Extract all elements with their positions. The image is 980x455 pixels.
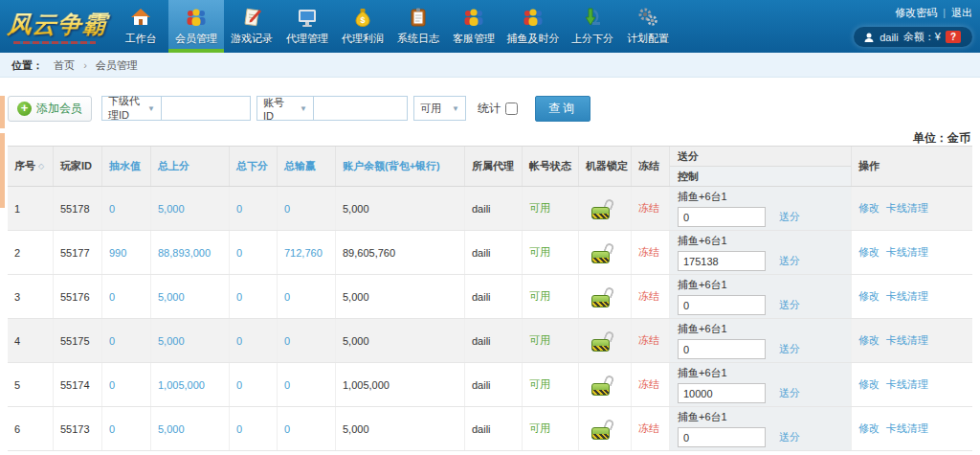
edit-link[interactable]: 修改 <box>858 421 880 436</box>
cell-balance: 5,000 <box>336 275 465 318</box>
table-row: 3 55176 0 5,000 0 0 5,000 daili 可用 冻结 <box>8 275 972 319</box>
cell-status: 可用 <box>523 275 579 318</box>
nav-item-members[interactable]: 会员管理 <box>168 0 224 53</box>
unlocked-padlock-icon[interactable] <box>591 419 614 442</box>
cell-player-id: 55173 <box>54 407 102 450</box>
status-select-value: 可用 <box>420 102 441 116</box>
clear-line-link[interactable]: 卡线清理 <box>886 245 928 260</box>
send-points-input[interactable] <box>678 251 766 271</box>
nav-item-plan-config[interactable]: 计划配置 <box>620 0 676 53</box>
edit-link[interactable]: 修改 <box>858 333 880 348</box>
sort-icon: ◇ <box>38 162 44 171</box>
nav-item-workbench[interactable]: 工作台 <box>113 0 168 53</box>
cell-total-down: 0 <box>230 319 278 362</box>
nav-item-fishing-points[interactable]: 捕鱼及时分 <box>501 0 565 53</box>
send-points-input[interactable] <box>678 339 766 359</box>
cell-total-winloss: 0 <box>278 275 336 318</box>
column-header-balance[interactable]: 账户余额(背包+银行) <box>336 147 465 186</box>
freeze-link[interactable]: 冻结 <box>638 377 659 392</box>
unlocked-padlock-icon[interactable] <box>591 375 614 398</box>
freeze-link[interactable]: 冻结 <box>638 245 659 260</box>
send-points-link[interactable]: 送分 <box>779 342 800 356</box>
account-id-input[interactable] <box>314 96 408 121</box>
nav-item-service-management[interactable]: 客服管理 <box>446 0 501 53</box>
cell-index: 4 <box>8 319 54 362</box>
unlocked-padlock-icon[interactable] <box>591 286 614 309</box>
send-points-input[interactable] <box>678 295 766 315</box>
nav-item-agent-profit[interactable]: $ 代理利润 <box>335 0 390 53</box>
freeze-link[interactable]: 冻结 <box>638 333 659 348</box>
agent-id-select[interactable]: 下级代理ID ▼ <box>101 96 162 121</box>
cell-status: 可用 <box>523 231 579 274</box>
side-widget-strip[interactable] <box>0 133 5 208</box>
search-button[interactable]: 查询 <box>535 96 590 122</box>
freeze-link[interactable]: 冻结 <box>638 289 659 304</box>
column-header-total-winloss[interactable]: 总输赢 <box>278 147 336 186</box>
column-header-total-down[interactable]: 总下分 <box>230 147 278 186</box>
clear-line-link[interactable]: 卡线清理 <box>886 421 928 436</box>
user-balance-pill[interactable]: daili 余额：¥ ? <box>854 27 972 47</box>
logout-link[interactable]: 退出 <box>951 7 972 18</box>
svg-text:$: $ <box>360 15 365 25</box>
nav-item-system-logs[interactable]: 系统日志 <box>390 0 446 53</box>
nav-item-game-records[interactable]: 游戏记录 <box>224 0 279 53</box>
unlocked-padlock-icon[interactable] <box>591 330 614 353</box>
cell-balance: 1,005,000 <box>336 363 465 406</box>
change-password-link[interactable]: 修改密码 <box>895 7 937 18</box>
gears-icon <box>635 5 660 30</box>
account-id-select[interactable]: 账号ID ▼ <box>256 96 314 121</box>
breadcrumb-home-link[interactable]: 首页 <box>54 59 75 71</box>
send-points-link[interactable]: 送分 <box>779 386 800 400</box>
clear-line-link[interactable]: 卡线清理 <box>886 289 928 304</box>
side-widget-strip[interactable] <box>0 96 5 128</box>
people-icon <box>521 5 546 30</box>
edit-link[interactable]: 修改 <box>858 377 880 392</box>
cell-status: 可用 <box>523 319 579 362</box>
send-points-link[interactable]: 送分 <box>779 298 800 312</box>
control-label: 捕鱼+6台1 <box>678 190 727 204</box>
cell-player-id: 55178 <box>54 187 102 230</box>
column-header-player-id: 玩家ID <box>54 147 102 186</box>
edit-link[interactable]: 修改 <box>858 245 880 260</box>
nav-item-points-updown[interactable]: 上分下分 <box>565 0 620 53</box>
cell-control: 捕鱼+6台1 送分 <box>670 187 852 230</box>
nav-label: 客服管理 <box>453 32 495 46</box>
edit-link[interactable]: 修改 <box>858 289 880 304</box>
cell-total-down: 0 <box>230 231 278 274</box>
unlocked-padlock-icon[interactable] <box>591 242 614 265</box>
cell-total-winloss: 0 <box>278 407 336 450</box>
cell-total-up: 88,893,000 <box>151 231 230 274</box>
agent-id-input[interactable] <box>162 96 251 121</box>
freeze-link[interactable]: 冻结 <box>638 201 659 216</box>
nav-label: 工作台 <box>125 32 157 46</box>
column-header-index[interactable]: 序号◇ <box>8 147 54 186</box>
app-logo-text: 风云争霸 <box>7 9 114 40</box>
clear-line-link[interactable]: 卡线清理 <box>886 201 928 216</box>
nav-label: 捕鱼及时分 <box>507 32 560 46</box>
breadcrumb: 位置： 首页 › 会员管理 <box>0 53 980 78</box>
send-points-link[interactable]: 送分 <box>779 210 800 224</box>
clear-line-link[interactable]: 卡线清理 <box>886 377 928 392</box>
edit-link[interactable]: 修改 <box>858 201 880 216</box>
send-points-input[interactable] <box>678 207 766 227</box>
cell-status: 可用 <box>523 187 579 230</box>
column-header-rake[interactable]: 抽水值 <box>102 147 151 186</box>
send-points-link[interactable]: 送分 <box>779 254 800 268</box>
cell-machine-lock <box>579 231 632 274</box>
stats-checkbox[interactable] <box>505 102 518 115</box>
cell-machine-lock <box>579 319 632 362</box>
send-points-link[interactable]: 送分 <box>779 430 800 444</box>
table-row: 5 55174 0 1,005,000 0 0 1,005,000 daili … <box>8 363 972 407</box>
freeze-link[interactable]: 冻结 <box>638 421 659 436</box>
send-points-input[interactable] <box>678 383 766 403</box>
status-select[interactable]: 可用 ▼ <box>413 96 466 121</box>
nav-item-agent-management[interactable]: 代理管理 <box>279 0 335 53</box>
column-header-total-up[interactable]: 总上分 <box>151 147 230 186</box>
balance-badge[interactable]: ? <box>946 31 961 43</box>
cell-total-winloss: 0 <box>278 319 336 362</box>
unit-label: 单位：金币 <box>913 130 970 147</box>
clear-line-link[interactable]: 卡线清理 <box>886 333 928 348</box>
unlocked-padlock-icon[interactable] <box>591 198 614 221</box>
add-member-button[interactable]: + 添加会员 <box>8 96 92 122</box>
send-points-input[interactable] <box>678 427 766 447</box>
